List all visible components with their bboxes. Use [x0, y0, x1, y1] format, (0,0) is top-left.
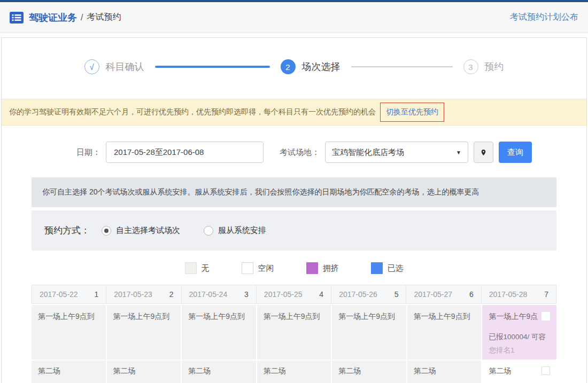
header-day-num: 2 — [169, 290, 174, 299]
radio-option-self-select[interactable]: 自主选择考试场次 — [102, 225, 180, 236]
status-legend: 无 空闲 拥挤 已选 — [2, 251, 586, 285]
legend-label-free: 空闲 — [258, 263, 274, 273]
tips-bar: 你可自主选择 20个考试场次或服从系统安排。服从系统安排后，我们会按照你选择的日… — [32, 177, 556, 207]
column-header: 2017-05-27 6 — [406, 285, 481, 304]
session-cell[interactable]: 第一场上午9点到 — [32, 305, 106, 359]
breadcrumb-separator: / — [81, 13, 83, 22]
breadcrumb-section[interactable]: 驾驶证业务 — [29, 11, 77, 24]
schedule-header-row: 2017-05-22 1 2017-05-23 2 2017-05-24 3 2… — [32, 285, 556, 304]
step-2-label: 场次选择 — [302, 60, 341, 73]
legend-label-crowded: 拥挤 — [323, 263, 339, 273]
session-checkbox[interactable] — [541, 312, 550, 321]
main-panel: √ 科目确认 2 场次选择 3 预约 你的学习驾驶证明有效期不足六个月，可进行优… — [1, 37, 587, 383]
column-header: 2017-05-22 1 — [32, 285, 106, 304]
priority-notice-bar: 你的学习驾驶证明有效期不足六个月，可进行优先预约，优先预约即选即得，每个科目只有… — [2, 99, 586, 126]
step-3-number: 3 — [463, 59, 478, 74]
step-connector-done — [155, 66, 270, 68]
session-cell[interactable]: 第一场上午9点到 — [407, 305, 482, 359]
schedule-table: 2017-05-22 1 2017-05-23 2 2017-05-24 3 2… — [32, 285, 556, 383]
search-button[interactable]: 查询 — [499, 142, 532, 163]
legend-item-selected: 已选 — [371, 262, 404, 274]
step-3-label: 预约 — [485, 60, 504, 73]
booking-mode-label: 预约方式： — [44, 224, 90, 237]
column-header: 2017-05-25 4 — [257, 285, 331, 304]
header-date: 2017-05-27 — [414, 290, 452, 299]
locate-venue-button[interactable] — [474, 142, 493, 163]
session-cell[interactable]: 第一场上午9点到 — [182, 305, 256, 359]
map-pin-icon — [480, 148, 487, 157]
enrolled-count: 已报100004/ 可容 — [489, 332, 550, 342]
priority-link-annotation-box: 切换至优先预约 — [380, 103, 444, 122]
breadcrumb-page: 考试预约 — [87, 12, 121, 23]
priority-notice-text: 你的学习驾驶证明有效期不足六个月，可进行优先预约，优先预约即选即得，每个科目只有… — [9, 107, 376, 117]
venue-select[interactable]: 宝鸡智能化底店考场 ▼ — [325, 142, 468, 163]
header-date: 2017-05-26 — [339, 290, 377, 299]
session-cell-crowded-selected[interactable]: 第一场上午9点 已报100004/ 可容 您排名1 — [482, 305, 556, 359]
step-session-select: 2 场次选择 — [281, 59, 341, 74]
session-cell[interactable]: 第二场 — [107, 361, 181, 383]
session-cell[interactable]: 第一场上午9点到 — [332, 305, 406, 359]
radio-option-system-assign[interactable]: 服从系统安排 — [204, 225, 266, 236]
session-cell[interactable]: 第二场 — [182, 361, 256, 383]
step-2-number: 2 — [281, 59, 296, 74]
step-appointment: 3 预约 — [463, 59, 504, 74]
legend-label-selected: 已选 — [388, 263, 404, 273]
step-1-label: 科目确认 — [106, 60, 144, 73]
session-cell-available[interactable]: 第二场 — [482, 361, 556, 383]
session-label: 第一场上午9点 — [489, 312, 538, 322]
switch-priority-link[interactable]: 切换至优先预约 — [386, 107, 438, 116]
legend-item-none: 无 — [185, 262, 210, 274]
user-rank: 您排名1 — [489, 346, 550, 355]
schedule-body: 第一场上午9点到 第一场上午9点到 第一场上午9点到 第一场上午9点到 第一场上… — [32, 304, 556, 383]
step-wizard: √ 科目确认 2 场次选择 3 预约 — [2, 38, 586, 89]
session-cell[interactable]: 第一场上午9点到 — [257, 305, 331, 359]
session-cell[interactable]: 第一场上午9点到 — [107, 305, 181, 359]
session-cell[interactable]: 第二场 — [257, 361, 331, 383]
radio-unchecked-icon[interactable] — [204, 226, 213, 236]
header-date: 2017-05-28 — [489, 290, 528, 299]
booking-mode-row: 预约方式： 自主选择考试场次 服从系统安排 — [32, 210, 556, 251]
radio-label-self-select: 自主选择考试场次 — [116, 225, 180, 236]
session-cell[interactable]: 第二场 — [332, 361, 406, 383]
app-header: 驾驶证业务 / 考试预约 考试预约计划公布 — [0, 2, 588, 33]
header-day-num: 3 — [244, 290, 249, 299]
step-1-check-icon: √ — [84, 59, 99, 74]
column-header: 2017-05-26 5 — [331, 285, 406, 304]
header-day-num: 4 — [319, 290, 323, 299]
chevron-down-icon: ▼ — [456, 150, 461, 155]
column-header: 2017-05-23 2 — [106, 285, 181, 304]
legend-item-free: 空闲 — [242, 262, 274, 274]
date-range-input[interactable] — [106, 142, 264, 163]
header-date: 2017-05-24 — [189, 290, 228, 299]
exam-plan-link[interactable]: 考试预约计划公布 — [510, 12, 578, 23]
radio-checked-icon[interactable] — [102, 226, 111, 236]
session-checkbox[interactable] — [541, 366, 550, 375]
header-date: 2017-05-23 — [114, 290, 152, 299]
date-label: 日期： — [76, 147, 100, 158]
step-connector-pending — [351, 66, 453, 67]
session-label: 第二场 — [489, 366, 511, 376]
header-day-num: 1 — [94, 290, 98, 299]
radio-label-system-assign: 服从系统安排 — [218, 225, 266, 236]
session-cell[interactable]: 第二场 — [32, 361, 106, 383]
column-header: 2017-05-24 3 — [182, 285, 257, 304]
filter-bar: 日期： 考试场地： 宝鸡智能化底店考场 ▼ 查询 — [76, 142, 586, 163]
list-icon — [10, 12, 24, 24]
session-cell[interactable]: 第二场 — [407, 361, 482, 383]
breadcrumb: 驾驶证业务 / 考试预约 — [10, 11, 121, 24]
header-day-num: 7 — [544, 290, 548, 299]
venue-selected-value: 宝鸡智能化底店考场 — [332, 147, 404, 158]
header-date: 2017-05-22 — [40, 290, 78, 299]
venue-label: 考试场地： — [280, 147, 320, 158]
legend-item-crowded: 拥挤 — [306, 262, 339, 274]
swatch-none — [185, 262, 197, 274]
legend-label-none: 无 — [202, 263, 210, 273]
header-day-num: 6 — [469, 290, 474, 299]
header-day-num: 5 — [394, 290, 399, 299]
step-subject-confirm: √ 科目确认 — [84, 59, 144, 74]
swatch-free — [242, 262, 253, 274]
column-header: 2017-05-28 7 — [482, 285, 556, 304]
swatch-selected — [371, 262, 383, 274]
swatch-crowded — [306, 262, 318, 274]
header-date: 2017-05-25 — [264, 290, 303, 299]
